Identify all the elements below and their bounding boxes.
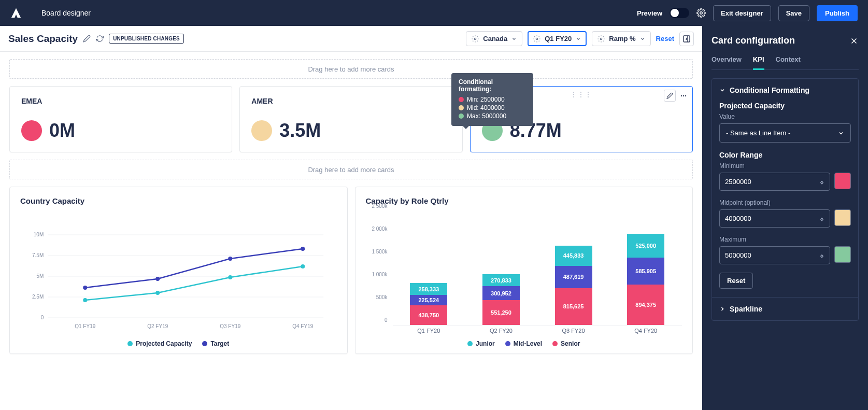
edit-title-button[interactable] [83, 35, 91, 43]
field-sublabel-midpoint: Midpoint (optional) [719, 199, 851, 206]
sub-header: Sales Capacity UNPUBLISHED CHANGES Canad… [0, 26, 702, 52]
svg-point-6 [681, 95, 682, 96]
svg-point-1 [475, 38, 477, 40]
field-label-projected: Projected Capacity [719, 102, 851, 110]
legend-item-mid: Mid-Level [505, 340, 542, 347]
kpi-value: 3.5M [279, 120, 321, 142]
chevron-down-icon [576, 36, 581, 41]
color-swatch-maximum[interactable] [834, 246, 851, 263]
svg-point-7 [683, 95, 684, 96]
legend-item-junior: Junior [467, 340, 495, 347]
page-title: Board designer [41, 9, 91, 17]
color-swatch-midpoint[interactable] [834, 209, 851, 226]
dropdown-ramp[interactable]: Ramp % [592, 31, 650, 46]
card-edit-button[interactable] [664, 90, 676, 102]
svg-point-30 [301, 264, 305, 268]
tab-overview[interactable]: Overview [712, 55, 742, 69]
svg-text:10M: 10M [34, 232, 44, 237]
tooltip-title: Conditional formatting: [459, 78, 526, 93]
svg-point-23 [83, 286, 87, 290]
drop-zone-top[interactable]: Drag here to add more cards [9, 59, 693, 79]
publish-button[interactable]: Publish [817, 5, 858, 21]
preview-label: Preview [637, 9, 662, 17]
close-panel-button[interactable] [849, 36, 859, 46]
pencil-icon [666, 92, 673, 99]
drop-zone-mid[interactable]: Drag here to add more cards [9, 160, 693, 179]
gear-icon [472, 35, 479, 43]
config-panel: Card configuration Overview KPI Context … [702, 26, 868, 410]
dropdown-label: Q1 FY20 [545, 35, 572, 43]
chevron-down-icon [838, 130, 844, 136]
config-panel-title: Card configuration [712, 35, 795, 46]
svg-point-28 [155, 291, 160, 295]
sync-icon [96, 35, 104, 43]
dot-icon [459, 97, 464, 102]
stacked-bar-chart: 0500k1 000k1 500k2 000k2 500k 438,750225… [366, 211, 682, 336]
dropdown-q1fy20[interactable]: Q1 FY20 [528, 31, 587, 46]
svg-text:7.5M: 7.5M [32, 252, 44, 258]
panel-collapse-button[interactable] [679, 32, 694, 46]
field-sublabel-value: Value [719, 113, 851, 120]
gear-icon [696, 8, 706, 18]
value-select[interactable]: - Same as Line Item - [719, 123, 851, 143]
svg-point-3 [601, 38, 603, 40]
svg-point-0 [700, 12, 703, 15]
drag-handle-icon[interactable]: ⋮⋮⋮ [571, 91, 592, 98]
panel-right-icon [682, 35, 691, 43]
dropdown-label: Canada [483, 35, 507, 43]
svg-text:0: 0 [41, 315, 44, 320]
gear-icon [597, 35, 605, 43]
svg-point-8 [685, 95, 686, 96]
kpi-label: EMEA [21, 97, 220, 105]
legend-item-projected: Projected Capacity [127, 340, 192, 347]
svg-text:Q2 FY19: Q2 FY19 [147, 323, 168, 329]
field-sublabel-maximum: Maximum [719, 236, 851, 243]
pencil-icon [83, 35, 91, 43]
line-chart: 0 2.5M 5M 7.5M 10M Q1 FY19 Q2 FY19 Q3 FY… [20, 211, 337, 336]
svg-point-2 [536, 38, 538, 40]
dropdown-canada[interactable]: Canada [466, 31, 522, 46]
svg-point-26 [301, 247, 305, 251]
gear-icon [533, 35, 540, 43]
midpoint-input[interactable]: 4000000 [719, 209, 830, 228]
save-button[interactable]: Save [778, 5, 809, 21]
stepper-icon [819, 215, 824, 222]
preview-toggle[interactable] [670, 8, 689, 18]
reset-color-button[interactable]: Reset [719, 273, 753, 289]
section-conditional-formatting[interactable]: Conditional Formatting [719, 86, 851, 94]
chart-card-country-capacity[interactable]: Country Capacity 0 2.5M 5M 7.5M 10M Q1 F… [9, 187, 348, 354]
kpi-card-amer[interactable]: AMER 3.5M [239, 86, 462, 152]
status-dot-yellow [251, 120, 272, 141]
svg-text:5M: 5M [36, 273, 44, 279]
tab-kpi[interactable]: KPI [753, 55, 764, 70]
chevron-down-icon [640, 36, 645, 41]
chart-title: Country Capacity [20, 196, 337, 205]
maximum-input[interactable]: 5000000 [719, 246, 830, 264]
dot-icon [459, 114, 464, 119]
chevron-down-icon [719, 87, 725, 93]
chart-title: Capacity by Role Qtrly [366, 196, 682, 205]
chart-card-role-capacity[interactable]: Capacity by Role Qtrly 0500k1 000k1 500k… [355, 187, 693, 354]
more-horizontal-icon [680, 92, 687, 100]
kpi-card-emea[interactable]: EMEA 0M [9, 86, 232, 152]
reset-link[interactable]: Reset [656, 35, 674, 43]
field-sublabel-minimum: Minimum [719, 162, 851, 169]
legend-item-senior: Senior [552, 340, 580, 347]
exit-designer-button[interactable]: Exit designer [713, 5, 771, 21]
svg-text:Q3 FY19: Q3 FY19 [220, 323, 240, 329]
minimum-input[interactable]: 2500000 [719, 173, 830, 191]
tab-context[interactable]: Context [776, 55, 801, 69]
stepper-icon [819, 178, 824, 186]
svg-text:2.5M: 2.5M [32, 294, 44, 300]
settings-button[interactable] [696, 8, 706, 18]
section-sparkline[interactable]: Sparkline [719, 305, 851, 313]
card-more-button[interactable] [678, 90, 689, 102]
chevron-right-icon [719, 306, 725, 312]
tooltip-mid: Mid: 4000000 [467, 104, 505, 111]
app-logo-icon [10, 7, 22, 19]
board-canvas: Drag here to add more cards EMEA 0M AMER… [0, 52, 702, 361]
color-swatch-minimum[interactable] [834, 173, 851, 189]
refresh-button[interactable] [96, 35, 104, 43]
top-header: Board designer Preview Exit designer Sav… [0, 0, 868, 26]
dot-icon [459, 105, 464, 110]
